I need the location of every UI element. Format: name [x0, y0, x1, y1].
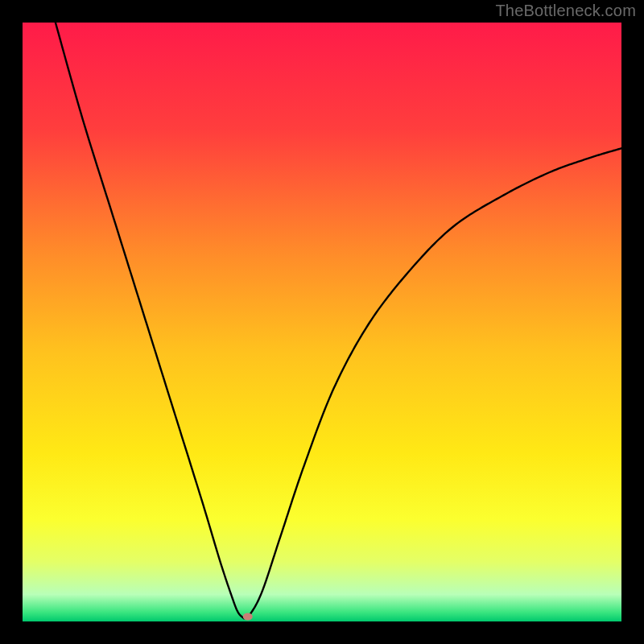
chart-svg: [23, 23, 621, 621]
chart-plot-area: [23, 23, 621, 621]
gradient-background: [23, 23, 621, 621]
chart-frame: TheBottleneck.com: [0, 0, 644, 644]
watermark-text: TheBottleneck.com: [495, 2, 636, 20]
optimum-marker: [243, 613, 253, 621]
